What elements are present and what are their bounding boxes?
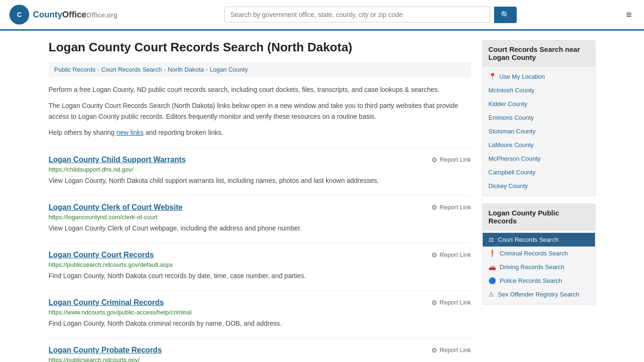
report-icon: ⚙ [431,204,438,211]
county-link[interactable]: Kidder County [488,100,527,107]
record-title-row: Logan County Clerk of Court Website ⚙ Re… [49,203,471,212]
breadcrumb-public-records[interactable]: Public Records [54,66,95,73]
breadcrumb: Public Records › Court Records Search › … [49,62,471,77]
nearby-section-body: 📍 Use My Location McIntosh CountyKidder … [483,66,595,196]
public-records-section: Logan County Public Records ⚖ Court Reco… [482,204,595,304]
county-link[interactable]: McPherson County [488,155,541,162]
report-icon: ⚙ [431,299,438,306]
record-title-row: Logan County Criminal Records ⚙ Report L… [49,298,471,307]
content-area: Logan County Court Records Search (North… [49,40,471,362]
record-url: https://logancountynd.com/clerk-of-court [49,214,471,221]
description-3: Help others by sharing new links and rep… [49,127,471,138]
sidebar: Court Records Search near Logan County 📍… [482,40,595,362]
report-link-button[interactable]: ⚙ Report Link [431,299,471,306]
record-description: View Logan County Clerk of Court webpage… [49,223,471,233]
report-link-button[interactable]: ⚙ Report Link [431,346,471,354]
search-button[interactable]: 🔍 [494,7,517,23]
sidebar-item-icon: 🚗 [488,263,496,271]
record-title-link[interactable]: Logan County Criminal Records [49,298,164,307]
new-links-link[interactable]: new links [116,129,144,136]
record-title-link[interactable]: Logan County Child Support Warrants [49,156,186,164]
breadcrumb-north-dakota[interactable]: North Dakota [168,66,204,73]
record-title-link[interactable]: Logan County Clerk of Court Website [49,203,182,212]
public-records-items: ⚖ Court Records Search ❗ Criminal Record… [483,233,595,301]
report-icon: ⚙ [431,156,438,164]
county-link[interactable]: McIntosh County [488,87,535,94]
sidebar-records-item[interactable]: ⚠ Sex Offender Registry Search [483,288,595,301]
sidebar-county-item[interactable]: LaMoure County [483,138,595,152]
logo-org: Office.org [86,11,117,19]
sidebar-item-icon: ⚖ [488,236,494,243]
logo-office: Office [62,10,86,19]
record-title-row: Logan County Child Support Warrants ⚙ Re… [49,156,471,164]
county-link[interactable]: Stutsman County [488,128,536,135]
report-icon: ⚙ [431,251,438,259]
nearby-section-header: Court Records Search near Logan County [483,41,595,66]
record-description: Find Logan County, North Dakota court re… [49,271,471,281]
county-link[interactable]: Dickey County [488,182,528,189]
public-records-body: ⚖ Court Records Search ❗ Criminal Record… [483,230,595,304]
sidebar-county-item[interactable]: Emmons County [483,111,595,124]
use-location-link[interactable]: Use My Location [499,73,545,80]
county-link[interactable]: Emmons County [488,114,534,121]
sidebar-item-link[interactable]: Driving Records Search [500,263,564,271]
sidebar-item-link[interactable]: Court Records Search [498,236,559,243]
sidebar-county-item[interactable]: McIntosh County [483,83,595,97]
record-url: https://publicsearch.ndcourts.gov/defaul… [49,261,471,268]
public-records-header: Logan County Public Records [483,204,595,230]
report-link-label: Report Link [440,251,471,258]
sidebar-item-icon: 🔵 [488,277,496,284]
search-area: 🔍 [224,7,517,23]
sidebar-item-link[interactable]: Sex Offender Registry Search [498,291,579,298]
logo-county: County [33,10,62,19]
sidebar-county-item[interactable]: Dickey County [483,179,595,193]
records-container: Logan County Child Support Warrants ⚙ Re… [49,148,471,362]
sidebar-item-icon: ❗ [488,250,496,257]
breadcrumb-logan-county[interactable]: Logan County [210,66,248,73]
record-title-link[interactable]: Logan County Probate Records [49,346,162,354]
record-entry: Logan County Child Support Warrants ⚙ Re… [49,148,471,186]
logo-icon: C [9,5,29,25]
county-link[interactable]: Campbell County [488,169,536,176]
report-link-button[interactable]: ⚙ Report Link [431,204,471,211]
report-link-button[interactable]: ⚙ Report Link [431,251,471,259]
use-location[interactable]: 📍 Use My Location [483,69,595,83]
report-link-label: Report Link [440,299,471,306]
report-icon: ⚙ [431,346,438,354]
breadcrumb-sep-3: › [206,66,207,73]
report-link-button[interactable]: ⚙ Report Link [431,156,471,164]
record-description: View Logan County, North Dakota child su… [49,176,471,186]
sidebar-records-item[interactable]: 🚗 Driving Records Search [483,260,595,274]
breadcrumb-sep-2: › [164,66,165,73]
sidebar-county-item[interactable]: Campbell County [483,165,595,179]
report-link-label: Report Link [440,156,471,163]
record-title-row: Logan County Court Records ⚙ Report Link [49,251,471,259]
report-link-label: Report Link [440,204,471,211]
sidebar-item-link[interactable]: Police Records Search [500,277,562,284]
record-entry: Logan County Clerk of Court Website ⚙ Re… [49,195,471,233]
record-url: https://publicsearch.ndcourts.gov/ [49,356,471,362]
sidebar-records-item[interactable]: ⚖ Court Records Search [483,233,595,247]
nearby-counties: McIntosh CountyKidder CountyEmmons Count… [483,83,595,193]
logo-label: CountyOfficeOffice.org [33,10,117,19]
sidebar-records-item[interactable]: 🔵 Police Records Search [483,274,595,288]
record-title-link[interactable]: Logan County Court Records [49,251,154,259]
sidebar-item-icon: ⚠ [488,291,494,298]
county-link[interactable]: LaMoure County [488,141,534,148]
logo-area: C CountyOfficeOffice.org [9,5,117,25]
breadcrumb-court-records[interactable]: Court Records Search [101,66,162,73]
description-2: The Logan County Court Records Search (N… [49,100,471,122]
site-header: C CountyOfficeOffice.org 🔍 ≡ [0,0,644,31]
sidebar-county-item[interactable]: Stutsman County [483,124,595,138]
sidebar-records-item[interactable]: ❗ Criminal Records Search [483,247,595,260]
sidebar-item-link[interactable]: Criminal Records Search [500,250,568,257]
breadcrumb-sep-1: › [97,66,99,73]
description-1: Perform a free Logan County, ND public c… [49,84,471,95]
menu-button[interactable]: ≡ [623,7,635,23]
sidebar-county-item[interactable]: Kidder County [483,97,595,111]
report-link-label: Report Link [440,346,471,354]
sidebar-county-item[interactable]: McPherson County [483,152,595,165]
record-title-row: Logan County Probate Records ⚙ Report Li… [49,346,471,354]
search-input[interactable] [224,7,490,23]
logo-text-area: CountyOfficeOffice.org [33,10,117,20]
